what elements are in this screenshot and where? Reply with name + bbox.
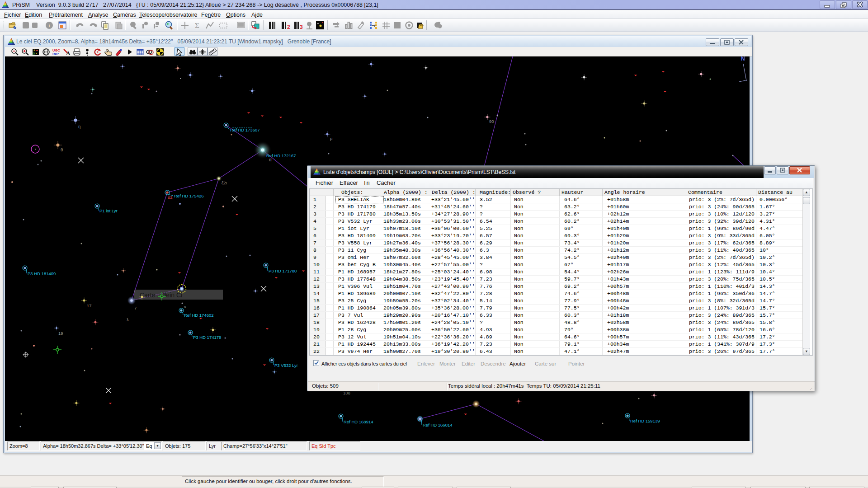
svg-text:η: η bbox=[78, 124, 80, 129]
svg-text:ν: ν bbox=[184, 304, 186, 309]
svg-text:Ref HD 174602: Ref HD 174602 bbox=[184, 313, 213, 318]
svg-text:P3 HD 174179: P3 HD 174179 bbox=[193, 335, 221, 340]
svg-text:N: N bbox=[741, 56, 745, 62]
svg-text:θ: θ bbox=[61, 147, 63, 152]
svg-text:A: A bbox=[66, 50, 71, 56]
svg-text:2: 2 bbox=[287, 24, 290, 30]
svg-text:ζ2ι: ζ2ι bbox=[222, 180, 227, 185]
svg-text:Ref HD 175426: Ref HD 175426 bbox=[174, 193, 203, 198]
svg-text:P3 HD 171780: P3 HD 171780 bbox=[269, 268, 297, 273]
svg-text:P3 V532 Lyr: P3 V532 Lyr bbox=[274, 363, 298, 368]
svg-text:Ref HD 159139: Ref HD 159139 bbox=[630, 418, 660, 423]
svg-text:19: 19 bbox=[58, 331, 63, 336]
svg-text:α: α bbox=[269, 157, 272, 162]
svg-text:μ: μ bbox=[330, 136, 332, 141]
svg-text:90: 90 bbox=[489, 119, 494, 124]
svg-text:Ref HD 173607: Ref HD 173607 bbox=[230, 127, 259, 132]
svg-text:3: 3 bbox=[300, 24, 303, 30]
svg-text:Ref HD 166014: Ref HD 166014 bbox=[423, 422, 452, 427]
svg-text:λ: λ bbox=[127, 317, 129, 322]
svg-text:+: + bbox=[33, 49, 35, 52]
svg-text:δ2: δ2 bbox=[168, 195, 173, 200]
svg-text:P3 HD 181409: P3 HD 181409 bbox=[28, 271, 56, 276]
svg-text:Ref HD 168914: Ref HD 168914 bbox=[344, 419, 373, 424]
svg-text:Rk?: Rk? bbox=[52, 52, 59, 56]
svg-text:i: i bbox=[48, 23, 50, 28]
svg-text:Σ: Σ bbox=[195, 21, 199, 30]
svg-text:17: 17 bbox=[87, 303, 92, 308]
svg-text:7: 7 bbox=[134, 305, 137, 310]
svg-text:P1 iot Lyr: P1 iot Lyr bbox=[99, 208, 118, 213]
